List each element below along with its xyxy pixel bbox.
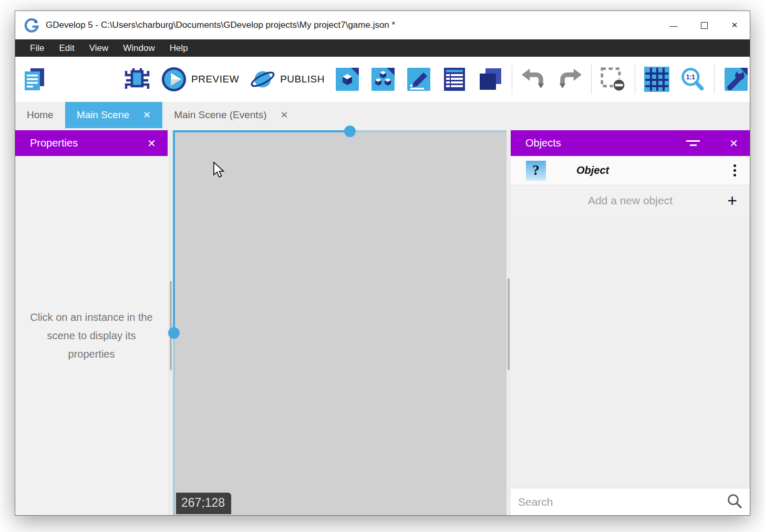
project-manager-icon[interactable] [22, 66, 48, 92]
zoom-1-1-icon[interactable]: 1:1 [679, 66, 706, 92]
redo-icon[interactable] [556, 66, 583, 92]
toolbar-separator [714, 65, 715, 94]
properties-header: Properties ✕ [15, 130, 168, 156]
close-icon[interactable]: ✕ [729, 137, 738, 150]
menu-window[interactable]: Window [116, 39, 162, 57]
close-icon[interactable]: ✕ [147, 137, 156, 150]
tab-bar: Home Main Scene ✕ Main Scene (Events) ✕ [15, 102, 750, 130]
scene-left-border [173, 130, 175, 515]
resize-handle-top[interactable] [344, 126, 356, 137]
toolbar-separator [635, 65, 635, 94]
properties-empty-message: Click on an instance in the scene to dis… [29, 308, 154, 363]
properties-panel: Properties ✕ Click on an instance in the… [15, 130, 168, 515]
main-area: Properties ✕ Click on an instance in the… [15, 130, 750, 515]
layers-icon[interactable] [477, 66, 503, 92]
publish-button[interactable]: PUBLISH [280, 74, 325, 85]
menu-file[interactable]: File [23, 39, 51, 57]
add-object-label: Add a new object [588, 194, 673, 207]
svg-text:1:1: 1:1 [686, 74, 696, 81]
question-mark-icon: ? [526, 161, 546, 181]
search-icon[interactable] [727, 493, 742, 511]
tab-main-scene-events[interactable]: Main Scene (Events) ✕ [162, 102, 299, 128]
menu-help[interactable]: Help [162, 39, 195, 57]
grid-icon[interactable] [644, 66, 670, 92]
toolbar-separator [591, 65, 592, 94]
scrollbar-thumb[interactable] [508, 278, 510, 370]
scene-top-border [173, 130, 506, 132]
object-list-item[interactable]: ? Object [511, 156, 750, 185]
minimize-button[interactable]: — [658, 11, 689, 39]
search-bar [511, 488, 750, 515]
menu-edit[interactable]: Edit [51, 39, 81, 57]
scrollbar-thumb[interactable] [170, 281, 172, 370]
search-input[interactable] [511, 496, 727, 508]
objects-editor-icon[interactable] [334, 66, 360, 92]
close-button[interactable]: ✕ [719, 11, 750, 39]
debug-icon[interactable] [124, 66, 150, 92]
scene-canvas[interactable]: 267;128 [173, 130, 506, 515]
add-object-button[interactable]: + [727, 192, 737, 209]
mouse-cursor-icon [212, 162, 226, 179]
tab-close-icon[interactable]: ✕ [143, 109, 151, 121]
tab-main-scene[interactable]: Main Scene ✕ [65, 102, 162, 128]
objects-title: Objects [525, 137, 561, 149]
canvas-left-scrollbar[interactable] [168, 130, 173, 515]
filter-icon[interactable] [686, 140, 700, 146]
objects-header: Objects ✕ [511, 130, 750, 156]
maximize-button[interactable] [689, 11, 719, 39]
toolbar: PREVIEW PUBLISH [15, 57, 750, 102]
toolbar-separator [512, 65, 512, 94]
object-menu-icon[interactable] [733, 164, 736, 176]
object-name: Object [576, 164, 609, 176]
resize-handle-left[interactable] [168, 327, 180, 339]
objects-list-empty-area [511, 216, 750, 488]
preview-button[interactable]: PREVIEW [191, 74, 239, 85]
app-window: GDevelop 5 - C:\Users\charburg\Documents… [15, 11, 750, 516]
menu-view[interactable]: View [82, 39, 116, 57]
window-title: GDevelop 5 - C:\Users\charburg\Documents… [46, 20, 395, 30]
tab-home[interactable]: Home [15, 102, 65, 128]
preview-play-icon[interactable] [161, 66, 187, 92]
events-sheet-icon[interactable] [441, 66, 468, 92]
scene-properties-icon[interactable] [406, 66, 432, 92]
instances-list-icon[interactable] [370, 66, 396, 92]
publish-globe-icon[interactable] [250, 66, 276, 92]
canvas-right-scrollbar[interactable] [506, 130, 511, 515]
titlebar: GDevelop 5 - C:\Users\charburg\Documents… [15, 11, 750, 39]
objects-panel: Objects ✕ ? Object Add a new object + [511, 130, 750, 515]
properties-title: Properties [30, 137, 78, 149]
deselect-mask-icon[interactable] [600, 66, 626, 92]
gdevelop-logo-icon [24, 18, 39, 33]
cursor-coordinates-badge: 267;128 [176, 493, 231, 514]
add-object-row[interactable]: Add a new object + [511, 185, 750, 216]
menu-bar: File Edit View Window Help [15, 39, 750, 57]
undo-icon[interactable] [521, 66, 547, 92]
tab-close-icon[interactable]: ✕ [280, 109, 288, 121]
settings-wrench-icon[interactable] [723, 66, 749, 92]
